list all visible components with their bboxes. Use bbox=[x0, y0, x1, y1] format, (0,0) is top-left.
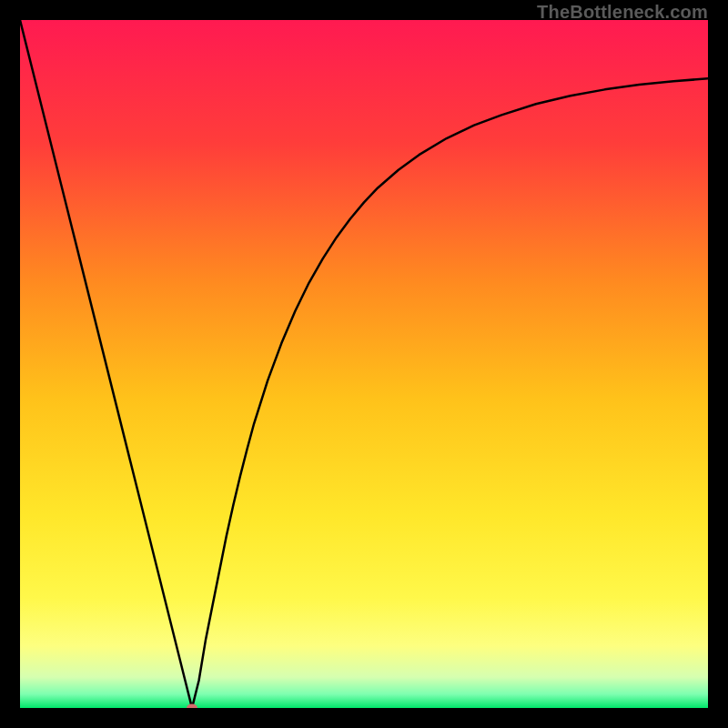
chart-frame: TheBottleneck.com bbox=[0, 0, 728, 728]
attribution-text: TheBottleneck.com bbox=[537, 2, 708, 23]
plot-area bbox=[20, 20, 708, 708]
chart-background bbox=[20, 20, 708, 708]
chart-svg bbox=[20, 20, 708, 708]
